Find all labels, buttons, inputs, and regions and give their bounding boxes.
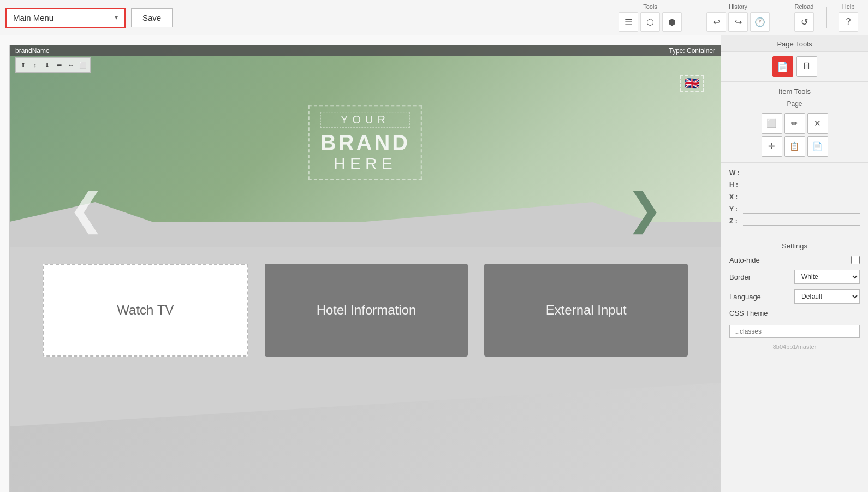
align-right-icon[interactable]: ⬜	[78, 60, 88, 70]
page-tool-view-icon[interactable]: 🖥	[796, 56, 817, 77]
language-row: Language Default English French German	[729, 289, 860, 304]
x-input[interactable]	[743, 192, 860, 201]
divider-3	[826, 7, 827, 28]
z-label: Z :	[729, 217, 743, 225]
card-watch-tv[interactable]: Watch TV	[43, 264, 248, 357]
main-toolbar: Main Menu ▾ Save Tools ☰ ⬡ ⬢ History ↩ ↪…	[0, 0, 868, 35]
item-tool-edit-icon[interactable]: ✏	[784, 113, 805, 134]
language-label: Language	[729, 293, 761, 301]
ruler-top	[0, 35, 721, 45]
border-select[interactable]: White Black None Default	[794, 270, 860, 284]
item-tools-sub-label: Page	[721, 99, 868, 111]
tools-icon-2[interactable]: ⬡	[640, 12, 660, 32]
settings-title: Settings	[729, 240, 860, 256]
item-info-bar: brandName Type: Container	[10, 45, 721, 56]
redo-icon[interactable]: ↪	[728, 12, 748, 32]
brand-logo: YOUR BRAND HERE	[308, 105, 422, 180]
item-tool-move-icon[interactable]: ✛	[762, 136, 782, 157]
item-tool-select-icon[interactable]: ⬜	[762, 113, 782, 134]
width-row: W :	[729, 168, 860, 177]
history-clock-icon[interactable]: 🕐	[750, 12, 770, 32]
main-menu-dropdown[interactable]: Main Menu ▾	[5, 8, 126, 28]
brand-your-text: YOUR	[320, 112, 410, 128]
save-button[interactable]: Save	[131, 8, 173, 27]
brand-name-label: brandName	[15, 47, 50, 55]
menu-label: Main Menu	[13, 13, 53, 22]
hero-section: brandName Type: Container ⬆ ↕ ⬇ ⬅ ↔ ⬜ 🇬🇧…	[10, 45, 721, 247]
css-theme-label: CSS Theme	[729, 309, 768, 317]
chevron-down-icon: ▾	[115, 14, 118, 21]
main-area: brandName Type: Container ⬆ ↕ ⬇ ⬅ ↔ ⬜ 🇬🇧…	[0, 35, 868, 492]
y-input[interactable]	[743, 204, 860, 214]
divider-1	[694, 7, 694, 28]
divider-2	[782, 7, 782, 28]
page-tool-edit-icon[interactable]: 📄	[772, 56, 793, 77]
language-select[interactable]: Default English French German	[794, 289, 860, 304]
reload-section: Reload ↺	[794, 3, 814, 32]
item-tool-paste-icon[interactable]: 📄	[807, 136, 828, 157]
undo-icon[interactable]: ↩	[706, 12, 726, 32]
width-label: W :	[729, 169, 743, 177]
diagonal-bg-shape	[10, 383, 721, 492]
page-tools-title: Page Tools	[721, 35, 868, 52]
item-tools-section: Item Tools Page ⬜ ✏ ✕ ✛ 📋 📄	[721, 82, 868, 163]
border-label: Border	[729, 273, 751, 281]
tools-icons: ☰ ⬡ ⬢	[619, 12, 682, 32]
brand-here-text: HERE	[320, 155, 410, 173]
item-tool-copy-icon[interactable]: 📋	[784, 136, 805, 157]
align-middle-v-icon[interactable]: ↕	[29, 60, 40, 70]
z-input[interactable]	[743, 216, 860, 226]
align-top-icon[interactable]: ⬆	[17, 60, 28, 70]
cards-section: Watch TV Hotel Information External Inpu…	[43, 264, 688, 357]
card-external-input-label: External Input	[546, 303, 627, 318]
auto-hide-row: Auto-hide	[729, 256, 860, 264]
chevron-right-icon[interactable]: ❯	[611, 187, 677, 231]
chevron-left-icon[interactable]: ❮	[53, 187, 119, 231]
height-label: H :	[729, 181, 743, 189]
css-theme-input[interactable]	[729, 325, 860, 338]
help-icon[interactable]: ?	[839, 12, 858, 32]
type-container-label: Type: Container	[669, 47, 715, 55]
auto-hide-label: Auto-hide	[729, 256, 760, 264]
align-bottom-icon[interactable]: ⬇	[41, 60, 52, 70]
item-tools-title: Item Tools	[721, 85, 868, 99]
version-label: 8b04bb1/master	[729, 343, 860, 350]
tools-icon-3[interactable]: ⬢	[662, 12, 682, 32]
align-center-h-icon[interactable]: ↔	[66, 60, 76, 70]
help-label: Help	[842, 3, 855, 10]
canvas-content[interactable]: brandName Type: Container ⬆ ↕ ⬇ ⬅ ↔ ⬜ 🇬🇧…	[10, 45, 721, 492]
border-row: Border White Black None Default	[729, 270, 860, 284]
card-hotel-info[interactable]: Hotel Information	[265, 264, 468, 357]
ruler-left	[0, 45, 10, 492]
alignment-toolbar: ⬆ ↕ ⬇ ⬅ ↔ ⬜	[15, 57, 91, 73]
right-panel: Page Tools 📄 🖥 Item Tools Page ⬜ ✏ ✕ ✛ 📋…	[721, 35, 868, 492]
brand-brand-text: BRAND	[320, 131, 410, 155]
card-watch-tv-label: Watch TV	[117, 303, 174, 318]
tools-section: Tools ☰ ⬡ ⬢	[619, 3, 682, 32]
history-section: History ↩ ↪ 🕐	[706, 3, 770, 32]
settings-section: Settings Auto-hide Border White Black No…	[721, 234, 868, 355]
x-row: X :	[729, 192, 860, 201]
history-icons: ↩ ↪ 🕐	[706, 12, 770, 32]
width-input[interactable]	[743, 168, 860, 177]
item-tool-delete-icon[interactable]: ✕	[807, 113, 828, 134]
tools-icon-1[interactable]: ☰	[619, 12, 638, 32]
canvas-area: brandName Type: Container ⬆ ↕ ⬇ ⬅ ↔ ⬜ 🇬🇧…	[0, 35, 721, 492]
auto-hide-checkbox[interactable]	[851, 256, 860, 264]
y-row: Y :	[729, 204, 860, 214]
help-icons: ?	[839, 12, 858, 32]
tools-label: Tools	[643, 3, 657, 10]
z-row: Z :	[729, 216, 860, 226]
reload-icon[interactable]: ↺	[794, 12, 814, 32]
card-external-input[interactable]: External Input	[484, 264, 688, 357]
history-label: History	[729, 3, 747, 10]
item-tools-grid: ⬜ ✏ ✕ ✛ 📋 📄	[721, 111, 868, 159]
dimensions-section: W : H : X : Y : Z :	[721, 163, 868, 234]
page-tools-icons: 📄 🖥	[721, 52, 868, 82]
align-left-icon[interactable]: ⬅	[53, 60, 64, 70]
card-hotel-info-label: Hotel Information	[317, 303, 417, 318]
uk-flag: 🇬🇧	[680, 75, 704, 92]
reload-label: Reload	[795, 3, 814, 10]
y-label: Y :	[729, 205, 743, 213]
height-input[interactable]	[743, 180, 860, 189]
